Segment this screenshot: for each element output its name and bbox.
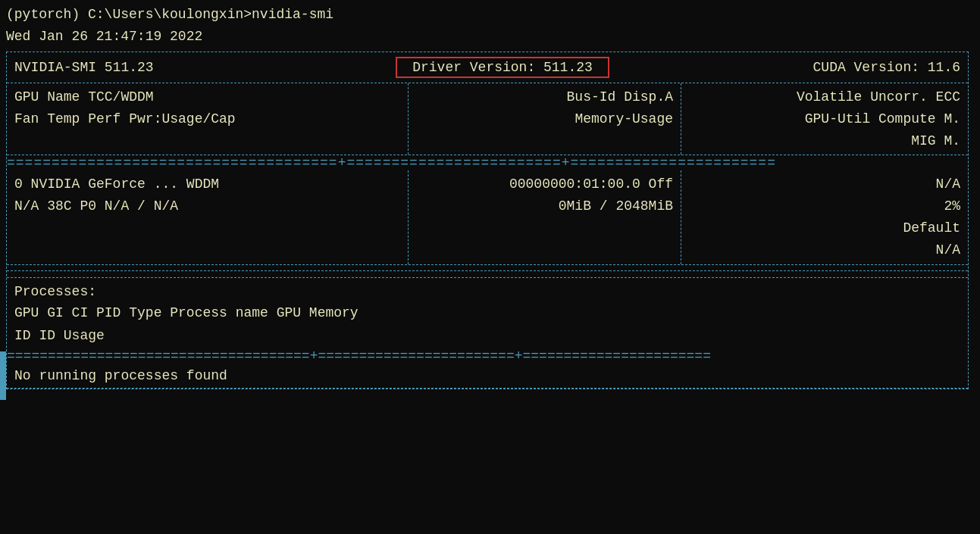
cuda-version: CUDA Version: 11.6 [763,60,960,75]
gpu-data-right: N/A 2% Default N/A [681,170,968,264]
gpu-data-mid-line1: 00000000:01:00.0 Off [416,173,673,195]
blue-accent-bar [0,351,6,400]
nvidia-smi-version: NVIDIA-SMI 511.23 [14,60,242,75]
driver-version-box: Driver Version: 511.23 [396,57,609,78]
processes-label: Processes: [7,278,968,301]
col-header-right-line1: Volatile Uncorr. ECC [689,86,960,108]
gpu-mig: N/A [689,239,960,261]
smi-output: NVIDIA-SMI 511.23 Driver Version: 511.23… [6,52,969,389]
col-header-left: GPU Name TCC/WDDM Fan Temp Perf Pwr:Usag… [7,83,409,155]
prompt-line2: Wed Jan 26 21:47:19 2022 [6,27,974,47]
col-header-right: Volatile Uncorr. ECC GPU-Util Compute M.… [681,83,968,155]
terminal-window: (pytorch) C:\Users\koulongxin>nvidia-smi… [0,0,980,534]
bottom-border [7,388,968,389]
smi-header-row: NVIDIA-SMI 511.23 Driver Version: 511.23… [7,52,968,83]
proc-col-line2: ID ID Usage [7,325,968,348]
gpu-util-pct: 2% [689,195,960,217]
gpu-section-spacer [7,265,968,271]
col-header-mid-line1: Bus-Id Disp.A [416,86,673,108]
driver-version-container: Driver Version: 511.23 [242,57,763,78]
col-header-right-line2: GPU-Util Compute M. [689,108,960,130]
col-header-left-line2: Fan Temp Perf Pwr:Usage/Cap [14,108,400,130]
proc-col-line1: GPU GI CI PID Type Process name GPU Memo… [7,301,968,326]
gpu-data-mid: 00000000:01:00.0 Off 0MiB / 2048MiB [409,170,681,264]
col-header-mid: Bus-Id Disp.A Memory-Usage [409,83,681,155]
gpu-data-mid-line2: 0MiB / 2048MiB [416,195,673,217]
gpu-compute-mode: Default [689,217,960,239]
gpu-data-left: 0 NVIDIA GeForce ... WDDM N/A 38C P0 N/A… [7,170,409,264]
gpu-util-na: N/A [689,173,960,195]
col-header-left-line1: GPU Name TCC/WDDM [14,86,400,108]
no-processes: No running processes found [7,364,968,388]
gpu-data-left-line2: N/A 38C P0 N/A / N/A [14,195,400,217]
col-header-right-line3: MIG M. [689,130,960,152]
col-header-mid-line2: Memory-Usage [416,108,673,130]
double-separator: =====================================+==… [7,155,968,170]
gpu-data-row: 0 NVIDIA GeForce ... WDDM N/A 38C P0 N/A… [7,170,968,264]
prompt-line1: (pytorch) C:\Users\koulongxin>nvidia-smi [6,5,974,25]
gpu-data-left-line1: 0 NVIDIA GeForce ... WDDM [14,173,400,195]
processes-double-sep: =====================================+==… [7,348,968,364]
col-headers: GPU Name TCC/WDDM Fan Temp Perf Pwr:Usag… [7,83,968,155]
